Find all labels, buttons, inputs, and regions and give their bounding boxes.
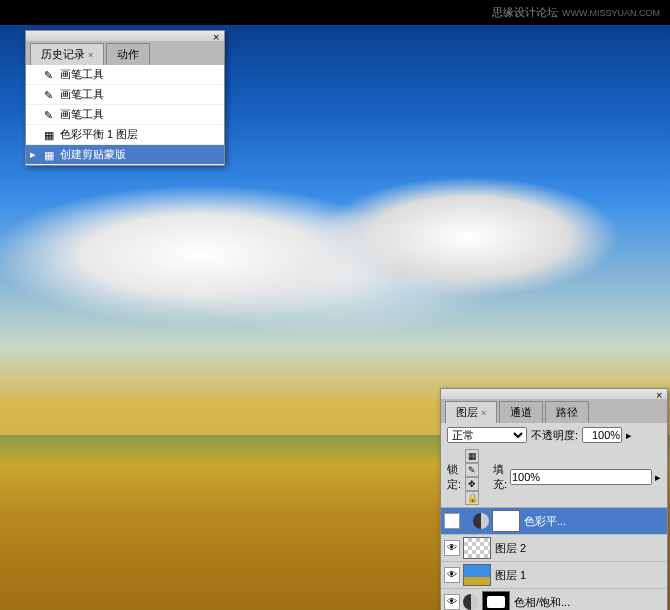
tab-close-icon[interactable]: ×	[481, 408, 486, 418]
lock-transparency-icon[interactable]: ▦	[465, 449, 479, 463]
history-tabs: 历史记录× 动作	[26, 41, 224, 65]
visibility-icon[interactable]: 👁	[444, 567, 460, 583]
layer-name: 图层 1	[495, 568, 526, 583]
layer-list: 👁 色彩平... 👁 图层 2 👁 图层 1 👁 色相/饱和... 👁 色相	[441, 508, 667, 610]
visibility-icon[interactable]: 👁	[444, 594, 460, 610]
fill-input[interactable]	[510, 469, 652, 485]
history-item[interactable]: ▦色彩平衡 1 图层	[26, 125, 224, 145]
layer-controls: 正常 不透明度: ▸	[441, 423, 667, 447]
tab-layers[interactable]: 图层×	[445, 401, 497, 423]
history-item[interactable]: ✎画笔工具	[26, 105, 224, 125]
adjustment-icon	[463, 594, 479, 610]
layer-icon: ▦	[44, 149, 56, 161]
layer-mask-thumb[interactable]	[482, 591, 510, 610]
layer-name: 色彩平...	[524, 514, 566, 529]
visibility-icon[interactable]: 👁	[444, 540, 460, 556]
tab-channels[interactable]: 通道	[499, 401, 543, 423]
lock-row: 锁定: ▦ ✎ ✥ 🔒 填充: ▸	[441, 447, 667, 508]
chevron-down-icon[interactable]: ▸	[655, 471, 661, 484]
lock-label: 锁定:	[447, 462, 461, 492]
lock-paint-icon[interactable]: ✎	[465, 463, 479, 477]
history-item[interactable]: ✎画笔工具	[26, 65, 224, 85]
tab-actions[interactable]: 动作	[106, 43, 150, 65]
lock-all-icon[interactable]: 🔒	[465, 491, 479, 505]
adjustment-icon	[473, 513, 489, 529]
layer-item[interactable]: 👁 色彩平...	[441, 508, 667, 535]
history-panel: × 历史记录× 动作 ✎画笔工具 ✎画笔工具 ✎画笔工具 ▦色彩平衡 1 图层 …	[25, 30, 225, 166]
layer-item[interactable]: 👁 色相/饱和...	[441, 589, 667, 610]
panel-drag-bar[interactable]: ×	[441, 389, 667, 399]
close-icon[interactable]: ×	[656, 389, 664, 397]
layer-mask-thumb[interactable]	[492, 510, 520, 532]
panel-drag-bar[interactable]: ×	[26, 31, 224, 41]
opacity-input[interactable]	[582, 427, 622, 443]
layer-thumb[interactable]	[463, 537, 491, 559]
brush-icon: ✎	[44, 69, 56, 81]
layer-thumb[interactable]	[463, 564, 491, 586]
layers-tabs: 图层× 通道 路径	[441, 399, 667, 423]
blend-mode-select[interactable]: 正常	[447, 427, 527, 443]
visibility-icon[interactable]: 👁	[444, 513, 460, 529]
layer-item[interactable]: 👁 图层 1	[441, 562, 667, 589]
layer-item[interactable]: 👁 图层 2	[441, 535, 667, 562]
tab-paths[interactable]: 路径	[545, 401, 589, 423]
layers-panel: × 图层× 通道 路径 正常 不透明度: ▸ 锁定: ▦ ✎ ✥ 🔒 填充: ▸…	[440, 388, 668, 610]
tab-history[interactable]: 历史记录×	[30, 43, 104, 65]
lock-position-icon[interactable]: ✥	[465, 477, 479, 491]
history-item[interactable]: ▸▦创建剪贴蒙版	[26, 145, 224, 165]
layer-name: 色相/饱和...	[514, 595, 570, 610]
brush-icon: ✎	[44, 89, 56, 101]
brush-icon: ✎	[44, 109, 56, 121]
close-icon[interactable]: ×	[213, 31, 221, 39]
tab-close-icon[interactable]: ×	[88, 50, 93, 60]
watermark: 思缘设计论坛WWW.MISSYUAN.COM	[492, 5, 660, 20]
chevron-down-icon[interactable]: ▸	[626, 429, 632, 442]
opacity-label: 不透明度:	[531, 428, 578, 443]
layer-icon: ▦	[44, 129, 56, 141]
fill-label: 填充:	[493, 462, 507, 492]
history-list: ✎画笔工具 ✎画笔工具 ✎画笔工具 ▦色彩平衡 1 图层 ▸▦创建剪贴蒙版	[26, 65, 224, 165]
layer-name: 图层 2	[495, 541, 526, 556]
history-item[interactable]: ✎画笔工具	[26, 85, 224, 105]
